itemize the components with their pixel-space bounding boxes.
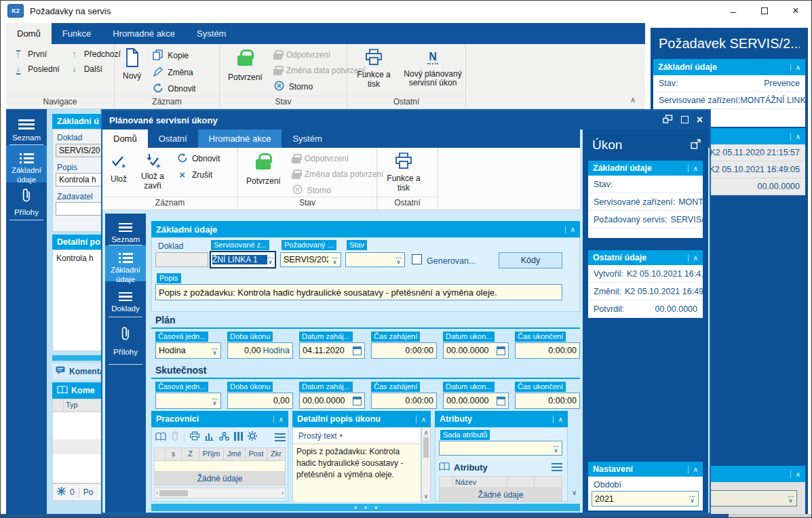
close-icon[interactable]: × [697, 115, 703, 125]
popis-field[interactable]: Popis z požadavku: Kontrola hadic hydrau… [155, 284, 562, 300]
dropdown-icon[interactable] [689, 494, 695, 504]
servisovane-zarizeni-field[interactable]: ŽNÍ LINKA 1 [210, 251, 276, 268]
dialog-tab-ostatni[interactable]: Ostatní [148, 130, 198, 148]
bg-popis-field[interactable]: Kontrola h [56, 173, 101, 186]
fact-datum-ukonceni-field[interactable]: 00.00.0000 [443, 393, 509, 409]
scroll-thumb[interactable] [423, 437, 429, 458]
generated-checkbox[interactable] [412, 254, 422, 264]
workers-header[interactable]: Pracovníci ∧ [151, 411, 288, 427]
functions-print-button[interactable]: Funkce a tisk [353, 47, 394, 96]
book-icon[interactable] [155, 431, 166, 443]
column-jmeno[interactable]: Jmé [224, 448, 246, 460]
dialog-sidebar-doklady[interactable]: Doklady [105, 287, 146, 314]
menu-icon[interactable] [275, 433, 286, 442]
column-post[interactable]: Post [246, 448, 267, 460]
tab-system[interactable]: Systém [186, 23, 237, 44]
calendar-icon[interactable] [353, 397, 362, 405]
scroll-down-icon[interactable]: ∨ [572, 489, 577, 496]
sidebar-item-zakladni-udaje[interactable]: Základní údaje [6, 145, 47, 182]
chevron-up-icon[interactable]: ∧ [416, 416, 426, 423]
chevron-up-icon[interactable]: ∧ [273, 416, 284, 423]
dropdown-icon[interactable] [395, 255, 402, 265]
maximize-icon[interactable] [681, 115, 689, 125]
calendar-icon[interactable] [497, 397, 505, 405]
dropdown-icon[interactable] [267, 255, 273, 265]
dialog-tab-system[interactable]: Systém [282, 130, 332, 148]
dropdown-icon[interactable] [788, 494, 794, 504]
doklad-field[interactable] [155, 252, 208, 267]
scroll-thumb[interactable] [159, 490, 188, 496]
tab-funkce[interactable]: Funkce [52, 23, 102, 44]
fact-casova-jednotka-field[interactable] [155, 393, 221, 409]
column-prijmeni[interactable]: Příjm [199, 448, 224, 460]
scroll-left-icon[interactable]: ‹ [156, 490, 158, 496]
detail-header[interactable]: Detailní popis úkonu ∧ [292, 411, 431, 427]
ukon-other-header[interactable]: Ostatní údaje ∧ [588, 250, 703, 265]
plan-doba-ukonu-field[interactable]: 0,00Hodina [227, 342, 293, 359]
dialog-splitter[interactable]: ● ● ● [151, 504, 583, 511]
dialog-sidebar-seznam[interactable]: Seznam [105, 218, 146, 245]
stav-field[interactable] [345, 252, 405, 267]
sidebar-item-seznam[interactable]: Seznam [6, 115, 47, 143]
save-close-button[interactable]: ∗ Ulož a zavři [136, 151, 170, 197]
dialog-tab-hromadne-akce[interactable]: Hromadné akce [198, 130, 282, 148]
attributes-header[interactable]: Atributy ∧ [435, 411, 568, 427]
edit-button[interactable]: Změna [152, 67, 195, 78]
new-button[interactable]: Nový [121, 47, 143, 96]
trash-icon[interactable] [171, 431, 179, 443]
maximize-button[interactable] [749, 1, 780, 21]
chevron-up-icon[interactable]: ∧ [790, 133, 800, 140]
columns-icon[interactable] [234, 431, 243, 443]
plan-cas-ukonceni-field[interactable]: 0:00:00 [515, 342, 580, 359]
obdobi-field[interactable]: 2021 [592, 491, 699, 506]
bg-doklad-field[interactable]: SERVIS/20 [56, 144, 101, 157]
close-button[interactable]: × [780, 1, 811, 21]
bg-zadavatel-field[interactable] [56, 202, 101, 216]
copy-button[interactable]: Kopie [152, 49, 195, 62]
detail-vscrollbar[interactable]: ∧∨ [421, 427, 431, 502]
chevron-up-icon[interactable]: ∧ [553, 416, 563, 423]
bg-splitter[interactable] [52, 355, 101, 361]
book-icon[interactable] [439, 461, 450, 473]
workers-empty-row[interactable] [154, 461, 286, 472]
request-basic-section-header[interactable]: Základní údaje ∧ [653, 59, 805, 75]
pozadovany-servis-field[interactable]: SERVIS/2020 [280, 252, 341, 267]
dropdown-icon[interactable] [212, 346, 218, 356]
column-zkr[interactable]: Zkr [267, 448, 285, 460]
bg-row-selected[interactable] [53, 439, 101, 454]
dialog-refresh-button[interactable]: Obnovit [176, 153, 220, 164]
column-z[interactable]: Z [182, 448, 199, 460]
fact-cas-ukonceni-field[interactable]: 0:00:00 [515, 393, 580, 409]
new-planned-task-button[interactable]: N Nový plánovaný servisní úkon [400, 47, 466, 96]
dialog-basic-header[interactable]: Základní údaje ∧ [151, 221, 580, 237]
dropdown-icon[interactable] [553, 443, 559, 454]
plan-cas-zahajeni-field[interactable]: 0:00:00 [371, 342, 437, 359]
chevron-up-icon[interactable]: ∧ [790, 64, 800, 71]
ukon-settings-header[interactable]: Nastavení ∧ [588, 462, 703, 477]
workers-hscrollbar[interactable]: ‹› [154, 487, 286, 498]
first-button[interactable]: ↑První [12, 49, 60, 59]
ukon-basic-header[interactable]: Základní údaje ∧ [588, 161, 703, 176]
dialog-unconfirm-button[interactable]: Odpotvrzení [292, 153, 384, 163]
column-typ[interactable]: Typ [64, 399, 101, 412]
asterisk-icon[interactable] [57, 486, 66, 498]
dialog-title-bar[interactable]: Plánované servisní úkony × [102, 111, 710, 130]
printer-icon[interactable] [189, 431, 200, 443]
previous-button[interactable]: ↑Předchozí [69, 49, 121, 59]
chevron-up-icon[interactable]: ∧ [688, 254, 698, 262]
tab-hromadne-akce[interactable]: Hromadné akce [102, 23, 186, 44]
menu-icon[interactable] [552, 463, 562, 472]
save-button[interactable]: ∗ Ulož [109, 151, 129, 197]
chevron-up-icon[interactable]: ∧ [790, 471, 800, 478]
column-nazev[interactable]: Název [453, 477, 507, 487]
chevron-up-icon[interactable]: ∧ [565, 226, 575, 233]
tab-domu[interactable]: Domů [6, 23, 52, 44]
last-button[interactable]: ↓Poslední [12, 64, 60, 75]
plan-datum-zahajeni-field[interactable]: 04.11.2020 [299, 342, 365, 359]
dialog-functions-print-button[interactable]: Funkce a tisk [383, 151, 424, 197]
calendar-icon[interactable] [497, 346, 505, 355]
sada-atributu-field[interactable] [439, 441, 562, 456]
kody-button[interactable]: Kódy [499, 252, 562, 268]
fact-cas-zahajeni-field[interactable]: 0:00:00 [371, 393, 437, 409]
scroll-right-icon[interactable]: › [282, 490, 284, 496]
